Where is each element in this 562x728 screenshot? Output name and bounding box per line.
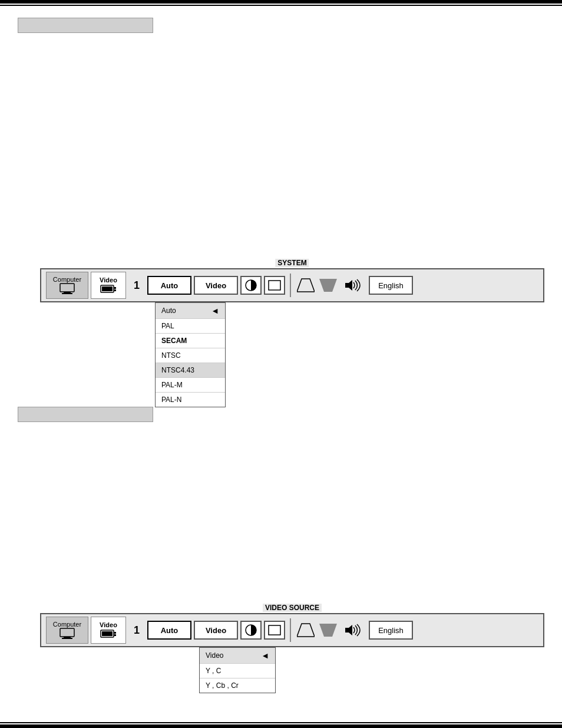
dropdown-item-auto-1[interactable]: Auto ◄ <box>156 303 225 319</box>
svg-rect-17 <box>114 632 116 634</box>
gray-label-box-2 <box>18 407 153 422</box>
svg-marker-22 <box>319 624 337 637</box>
speaker-area-1 <box>344 278 363 292</box>
svg-rect-14 <box>62 638 72 639</box>
svg-rect-6 <box>114 289 116 291</box>
contrast-icon-btn-1[interactable] <box>240 276 262 295</box>
contrast-icon-1 <box>244 279 257 292</box>
svg-rect-12 <box>60 628 74 637</box>
svg-rect-8 <box>269 281 280 290</box>
section-label-1: SYSTEM <box>275 259 309 267</box>
svg-rect-13 <box>64 637 71 638</box>
top-border-outer <box>0 0 562 4</box>
svg-rect-18 <box>114 634 116 636</box>
proj-left-icon-1 <box>297 278 315 293</box>
separator-1 <box>290 274 291 297</box>
svg-rect-1 <box>64 292 71 293</box>
section-label-2: VIDEO SOURCE <box>263 604 322 612</box>
tab-video-1[interactable]: Video <box>91 272 126 299</box>
proj-right-icon-2 <box>319 622 337 638</box>
tab-video-2[interactable]: Video <box>91 617 126 644</box>
screen-icon-btn-1[interactable] <box>264 276 285 295</box>
dropdown-item-video-2[interactable]: Video ◄ <box>200 648 275 664</box>
channel-number-2: 1 <box>131 624 143 637</box>
svg-rect-0 <box>60 284 74 292</box>
dropdown-item-secam-1[interactable]: SECAM <box>156 334 225 348</box>
contrast-icon-btn-2[interactable] <box>240 621 262 640</box>
tab-computer-2[interactable]: Computer <box>46 617 88 644</box>
bottom-border-outer <box>0 724 562 728</box>
contrast-icon-2 <box>244 624 257 637</box>
speaker-area-2 <box>344 623 363 637</box>
channel-number-1: 1 <box>131 279 143 292</box>
svg-rect-16 <box>102 631 113 636</box>
dropdown-item-ntsc-1[interactable]: NTSC <box>156 348 225 363</box>
screen-icon-1 <box>268 280 281 291</box>
video-button-1[interactable]: Video <box>194 276 238 295</box>
video-icon-1 <box>100 284 117 294</box>
auto-button-1[interactable]: Auto <box>147 276 191 295</box>
proj-left-icon-2 <box>297 622 315 638</box>
svg-rect-2 <box>62 293 72 294</box>
dropdown-item-paln-1[interactable]: PAL-N <box>156 393 225 407</box>
video-button-2[interactable]: Video <box>194 621 238 640</box>
videosource-dropdown-2: Video ◄ Y , C Y , Cb , Cr <box>199 647 276 693</box>
bottom-border-inner <box>0 722 562 723</box>
top-border-inner <box>0 5 562 6</box>
proj-right-icon-1 <box>319 278 337 293</box>
dropdown-item-pal-1[interactable]: PAL <box>156 319 225 334</box>
english-button-2[interactable]: English <box>369 621 413 640</box>
dropdown-item-ntsc443-1[interactable]: NTSC4.43 <box>156 363 225 378</box>
gray-label-box-1 <box>18 18 153 33</box>
svg-marker-21 <box>297 624 315 637</box>
tab-computer-label-2: Computer <box>53 621 81 628</box>
tab-computer-label-1: Computer <box>53 276 81 283</box>
svg-marker-10 <box>319 279 337 292</box>
dropdown-item-ycbcr-2[interactable]: Y , Cb , Cr <box>200 678 275 693</box>
svg-rect-5 <box>114 287 116 289</box>
svg-marker-23 <box>345 625 352 635</box>
svg-rect-4 <box>102 286 113 291</box>
tab-video-label-1: Video <box>100 276 117 284</box>
svg-marker-11 <box>345 280 352 291</box>
auto-button-2[interactable]: Auto <box>147 621 191 640</box>
dropdown-item-yc-2[interactable]: Y , C <box>200 664 275 678</box>
english-button-1[interactable]: English <box>369 276 413 295</box>
screen-icon-btn-2[interactable] <box>264 621 285 640</box>
computer-icon-2 <box>59 628 75 640</box>
svg-rect-20 <box>269 625 280 635</box>
tab-video-label-2: Video <box>100 621 117 628</box>
separator-2 <box>290 618 291 642</box>
speaker-icon-2 <box>344 623 363 637</box>
system-dropdown-1: Auto ◄ PAL SECAM NTSC NTSC4.43 PAL-M PAL… <box>155 302 226 407</box>
computer-icon-1 <box>59 283 75 295</box>
tab-computer-1[interactable]: Computer <box>46 272 88 299</box>
svg-marker-9 <box>297 279 315 292</box>
video-icon-2 <box>100 628 117 639</box>
speaker-icon-1 <box>344 278 363 292</box>
dropdown-item-palm-1[interactable]: PAL-M <box>156 378 225 393</box>
screen-icon-2 <box>268 625 281 635</box>
